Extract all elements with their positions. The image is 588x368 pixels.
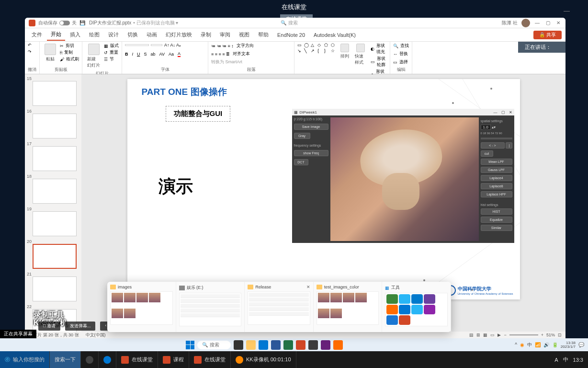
- app-icon[interactable]: [333, 340, 343, 350]
- slide-subtitle-textbox[interactable]: 功能整合与GUI: [166, 106, 231, 122]
- search-button[interactable]: 搜索一下: [50, 351, 81, 368]
- align-text-button[interactable]: 对齐文本: [233, 51, 250, 57]
- taskview-icon[interactable]: [234, 340, 243, 350]
- thumbnail-21[interactable]: 21: [27, 272, 79, 301]
- battery-icon[interactable]: 🔋: [552, 342, 558, 347]
- slide-title[interactable]: PART ONE 图像操作: [142, 86, 227, 98]
- shape-fill-button[interactable]: ◐ 形状填充: [371, 43, 387, 55]
- invite-button[interactable]: □ 邀请: [38, 322, 60, 331]
- dct-button[interactable]: DCT: [294, 159, 308, 165]
- thumbnail-panel[interactable]: 151617181920212223: [25, 74, 81, 332]
- save-icon[interactable]: 💾: [79, 20, 85, 25]
- toggle-switch-icon[interactable]: [59, 21, 70, 25]
- volume-icon[interactable]: 🔊: [543, 342, 549, 347]
- system-clock[interactable]: 13:38 2023/1/7: [561, 341, 576, 349]
- zoom-level[interactable]: 51%: [546, 333, 555, 337]
- danmu-input[interactable]: 发送弹幕...: [65, 322, 96, 331]
- spin-control[interactable]: 1.0▴▾: [481, 125, 512, 130]
- powerpoint-taskbar-icon[interactable]: [296, 340, 305, 350]
- tab-view[interactable]: 视图: [235, 29, 253, 40]
- zoom-out-button[interactable]: −: [504, 333, 506, 337]
- thumbnail-15[interactable]: 15: [27, 76, 79, 106]
- new-slide-button[interactable]: 新建 幻灯片: [85, 43, 102, 69]
- text-direction-button[interactable]: 文字方向: [237, 43, 254, 49]
- tray-chevron-icon[interactable]: ^: [515, 342, 517, 347]
- taskbar-item-recorder[interactable]: KK录像机 00:01:10: [231, 351, 296, 368]
- thumbnail-19[interactable]: 19: [27, 207, 79, 236]
- taskbar-item-classroom2[interactable]: 在线课堂: [189, 351, 231, 368]
- zoom-slider[interactable]: [509, 334, 538, 335]
- tray-app-icon[interactable]: ◉: [520, 342, 524, 347]
- zoom-in-button[interactable]: +: [541, 333, 543, 337]
- normal-view-button[interactable]: ⊞: [476, 333, 480, 337]
- notifications-icon[interactable]: 💬: [578, 342, 584, 347]
- save-image-button[interactable]: Save Image: [294, 124, 328, 130]
- font-size-select[interactable]: [151, 44, 162, 46]
- ime-indicator-outer[interactable]: 中: [563, 356, 568, 363]
- tab-endnote[interactable]: EndNote 20: [273, 30, 309, 40]
- tab-home[interactable]: 开始: [47, 29, 65, 41]
- arrows-button[interactable]: < - >: [481, 142, 505, 149]
- slide-body-text[interactable]: 演示: [158, 175, 193, 198]
- tab-autodesk[interactable]: Autodesk Vault(K): [310, 30, 360, 40]
- tab-file[interactable]: 文件: [28, 29, 46, 40]
- spacing-button[interactable]: AV: [159, 52, 165, 57]
- reading-view-button[interactable]: ▭: [490, 333, 495, 337]
- visualstudio-icon[interactable]: [321, 340, 330, 350]
- select-button[interactable]: ▭ 选择: [393, 59, 408, 65]
- minimize-icon[interactable]: —: [564, 4, 570, 18]
- window-close-button[interactable]: ✕: [555, 20, 562, 25]
- tab-animations[interactable]: 动画: [143, 29, 161, 40]
- reset-button[interactable]: ↺ 重置: [104, 49, 119, 56]
- avatar[interactable]: [521, 19, 530, 27]
- underline-button[interactable]: U: [137, 52, 140, 57]
- explorer-icon[interactable]: [246, 340, 256, 350]
- user-name[interactable]: 陈潭 社: [502, 20, 518, 26]
- wifi-icon[interactable]: 📶: [535, 342, 541, 347]
- font-family-select[interactable]: [125, 44, 149, 46]
- gray-button[interactable]: Gray: [294, 133, 310, 139]
- sorter-view-button[interactable]: ▦: [483, 333, 487, 337]
- cut-button[interactable]: cut: [481, 150, 493, 157]
- window-maximize-button[interactable]: ▢: [544, 20, 551, 25]
- slideshow-view-button[interactable]: ▶: [498, 333, 501, 337]
- bold-button[interactable]: B: [125, 52, 128, 57]
- bar-button[interactable]: |: [506, 142, 512, 149]
- share-button[interactable]: 🔒 共享: [533, 31, 562, 39]
- slide-canvas[interactable]: PART ONE 图像操作 功能整合与GUI 演示 ▦ DIPweek1 —▢✕…: [127, 79, 520, 299]
- gui-max-icon[interactable]: ▢: [501, 110, 505, 115]
- start-button[interactable]: [186, 341, 194, 349]
- thumbnail-16[interactable]: 16: [27, 109, 79, 138]
- tab-slideshow[interactable]: 幻灯片放映: [162, 29, 196, 40]
- task-switcher[interactable]: images娱乐 (E:)Release✕test_images_color▦工…: [107, 282, 451, 332]
- fit-button[interactable]: ⊡: [558, 333, 562, 337]
- smartart-button[interactable]: 转换为 SmartArt: [211, 59, 242, 65]
- case-button[interactable]: Aa: [169, 52, 174, 57]
- format-painter-button[interactable]: 🖌 格式刷: [60, 56, 79, 62]
- language-indicator[interactable]: 中文(中国): [86, 332, 106, 338]
- shadow-button[interactable]: ab: [151, 52, 156, 57]
- slider-track[interactable]: [481, 138, 512, 139]
- taskbar-item-browser[interactable]: [99, 351, 116, 368]
- find-button[interactable]: 🔍 查找: [393, 43, 409, 49]
- taskbar-item-course[interactable]: 课程: [158, 351, 189, 368]
- laplace-hpf-button[interactable]: Laplace HPF: [481, 191, 512, 197]
- search-box[interactable]: 🔍 搜索: [281, 20, 298, 26]
- arrange-button[interactable]: 排列: [339, 43, 351, 60]
- excel-icon[interactable]: [283, 340, 293, 350]
- shapes-gallery[interactable]: ▭◯△◇⬠⬡ ↘╲↗{}☆: [297, 43, 337, 53]
- tab-transitions[interactable]: 切换: [124, 29, 142, 40]
- ime-left-indicator[interactable]: A: [554, 357, 558, 363]
- italic-button[interactable]: I: [132, 52, 134, 57]
- tab-insert[interactable]: 插入: [66, 29, 84, 40]
- ime-indicator[interactable]: 中: [527, 342, 532, 348]
- mean-lpf-button[interactable]: Mean LPF: [481, 159, 512, 165]
- windows-search[interactable]: 🔍 搜索: [197, 341, 231, 349]
- layout-button[interactable]: ▦ 版式: [104, 43, 119, 49]
- task-window-test_images_color[interactable]: test_images_color: [314, 282, 383, 332]
- edge-icon[interactable]: [259, 340, 268, 350]
- autosave-toggle[interactable]: 自动保存 关: [38, 20, 77, 26]
- gui-min-icon[interactable]: —: [494, 110, 498, 115]
- thumbnail-17[interactable]: 17: [27, 141, 79, 171]
- pycharm-icon[interactable]: [308, 340, 318, 350]
